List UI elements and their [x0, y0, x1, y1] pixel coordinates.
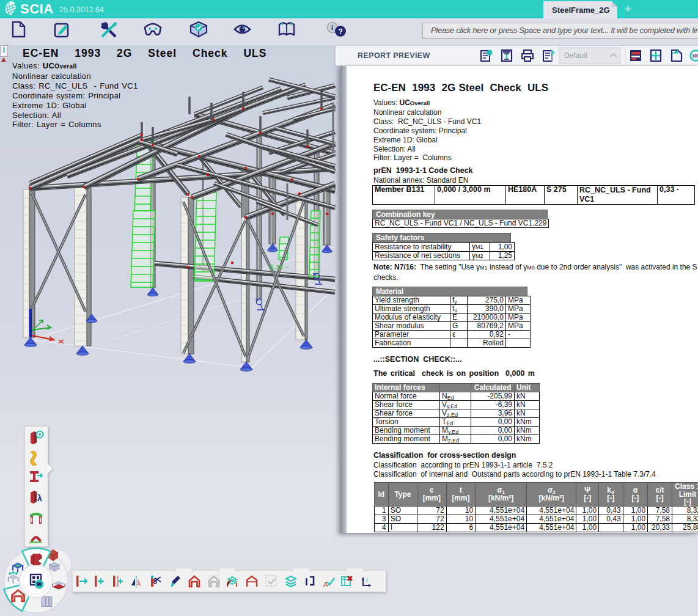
svg-text:100: 100 [692, 54, 698, 58]
svg-text:λ: λ [37, 493, 42, 503]
svg-text:Default: Default [564, 51, 588, 60]
svg-text:0,33 ~: 0,33 ~ [270, 263, 288, 271]
svg-text:?: ? [339, 28, 343, 36]
svg-text:i: i [331, 24, 333, 31]
svg-text:I: I [305, 576, 308, 588]
svg-text:i: i [366, 576, 368, 584]
